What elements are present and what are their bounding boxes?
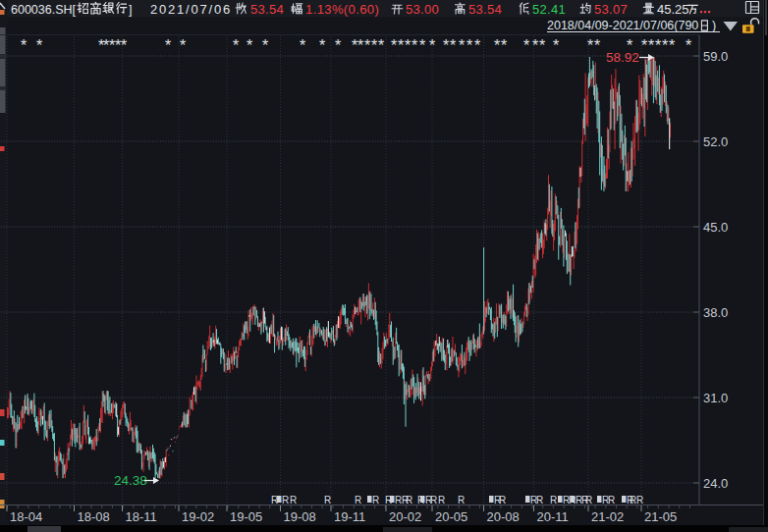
svg-text:2018/04/09-2021/07/06(790: 2018/04/09-2021/07/06(790 <box>547 19 698 32</box>
svg-text:19-11: 19-11 <box>334 509 365 524</box>
svg-text:*: * <box>594 37 600 54</box>
svg-text:19-02: 19-02 <box>182 509 214 524</box>
svg-text:*: * <box>532 37 538 54</box>
svg-text:*: * <box>641 37 647 54</box>
svg-text:*: * <box>398 37 404 54</box>
svg-text:*: * <box>466 37 472 54</box>
svg-text:52.0: 52.0 <box>703 134 728 149</box>
svg-text:*: * <box>262 37 268 54</box>
svg-text:*: * <box>648 37 654 54</box>
svg-text:): ) <box>712 19 716 32</box>
svg-text:53.00: 53.00 <box>406 2 439 17</box>
svg-text:*: * <box>494 37 500 54</box>
svg-text:*: * <box>411 37 417 54</box>
svg-text:38.0: 38.0 <box>703 305 728 320</box>
svg-text:*: * <box>523 37 529 54</box>
svg-text:31.0: 31.0 <box>703 391 728 405</box>
svg-text:21-05: 21-05 <box>644 509 677 524</box>
svg-text:*: * <box>319 37 325 54</box>
svg-text:*: * <box>165 37 171 54</box>
svg-text:R: R <box>608 495 615 505</box>
svg-text:*: * <box>391 37 397 54</box>
svg-text:R: R <box>499 495 506 505</box>
svg-text:R: R <box>290 495 297 505</box>
svg-text:*: * <box>21 37 27 54</box>
svg-text:18-11: 18-11 <box>126 509 157 524</box>
svg-text:]: ] <box>129 3 132 17</box>
svg-text:21-02: 21-02 <box>591 509 624 524</box>
svg-text:*: * <box>501 37 507 54</box>
svg-text:*: * <box>553 37 559 54</box>
svg-text:24.0: 24.0 <box>703 476 728 491</box>
svg-text:19-08: 19-08 <box>284 509 316 524</box>
svg-text:R: R <box>406 495 412 505</box>
svg-text:*: * <box>121 37 127 54</box>
svg-text:*: * <box>459 37 465 54</box>
svg-text:24.38: 24.38 <box>114 473 147 488</box>
svg-text:*: * <box>335 37 341 54</box>
svg-text:*: * <box>371 37 377 54</box>
svg-text:*: * <box>662 37 668 54</box>
svg-text:*: * <box>36 37 42 54</box>
svg-text:R: R <box>355 495 361 505</box>
svg-text:53.07: 53.07 <box>594 2 628 17</box>
svg-text:19-05: 19-05 <box>230 509 262 524</box>
svg-text:*: * <box>180 37 186 54</box>
svg-text:18-04: 18-04 <box>10 509 42 524</box>
svg-text:45.0: 45.0 <box>703 220 728 235</box>
svg-text:*: * <box>686 37 691 54</box>
svg-text:*: * <box>405 37 411 54</box>
svg-text:52.41: 52.41 <box>532 2 566 17</box>
svg-text:20-05: 20-05 <box>435 509 467 524</box>
svg-text:*: * <box>300 37 305 54</box>
svg-text:R: R <box>372 495 379 505</box>
svg-text:R: R <box>282 495 289 505</box>
svg-text:R: R <box>636 495 643 505</box>
svg-text:*: * <box>443 37 449 54</box>
svg-text:45.25: 45.25 <box>657 2 689 17</box>
svg-text:*: * <box>247 37 252 54</box>
svg-text:18-08: 18-08 <box>78 509 110 524</box>
svg-text:58.92: 58.92 <box>606 50 639 65</box>
svg-text:R: R <box>324 495 331 505</box>
svg-text:1.13%(0.60): 1.13%(0.60) <box>305 2 379 17</box>
svg-text:20-02: 20-02 <box>389 509 421 524</box>
svg-text:*: * <box>587 37 593 54</box>
svg-text:53.54: 53.54 <box>468 2 502 17</box>
svg-text:R: R <box>536 495 543 505</box>
svg-text:*: * <box>364 37 370 54</box>
svg-text:*: * <box>378 37 384 54</box>
svg-text:20-08: 20-08 <box>487 509 520 524</box>
svg-text:2021/07/06: 2021/07/06 <box>150 2 232 17</box>
svg-text:59.0: 59.0 <box>703 49 728 64</box>
svg-text:R: R <box>438 495 445 505</box>
svg-text:20-11: 20-11 <box>537 509 569 524</box>
svg-text:R: R <box>430 495 437 505</box>
svg-text:*: * <box>419 37 425 54</box>
svg-text:*: * <box>429 37 435 54</box>
svg-text:R: R <box>458 495 465 505</box>
svg-text:*: * <box>669 37 675 54</box>
svg-text:*: * <box>539 37 545 54</box>
svg-text:R: R <box>550 495 557 505</box>
svg-text:53.54: 53.54 <box>250 2 284 17</box>
svg-text:*: * <box>655 37 661 54</box>
svg-text:600036.SH[: 600036.SH[ <box>11 3 77 17</box>
svg-text:*: * <box>474 37 480 54</box>
svg-text:*: * <box>233 37 239 54</box>
svg-text:*: * <box>357 37 363 54</box>
svg-text:R: R <box>585 495 592 505</box>
svg-text:*: * <box>450 37 456 54</box>
